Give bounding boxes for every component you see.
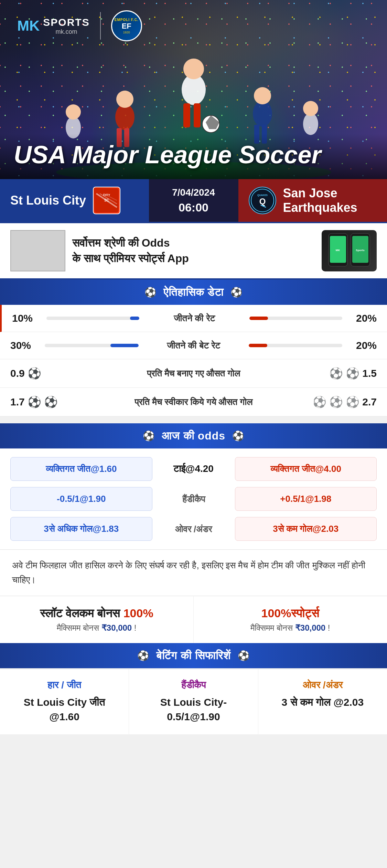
- soccer-ball-icon-right-1b: ⚽: [346, 367, 359, 380]
- reco-ball-left-icon: ⚽: [137, 650, 149, 661]
- soccer-ball-icon-right-2a: ⚽: [313, 395, 326, 409]
- soccer-ball-icon-left-2b: ⚽: [44, 395, 58, 409]
- reco-ball-right-icon: ⚽: [238, 650, 250, 661]
- odds-row-1: व्यक्तिगत जीत@1.60 टाई@4.20 व्यक्तिगत जी…: [10, 457, 377, 481]
- odds-tie-label: टाई@4.20: [173, 463, 214, 474]
- mk-blue: MK: [17, 18, 40, 34]
- app-bold: App: [168, 252, 189, 265]
- reco-value-over: 3 से कम गोल @2.03: [267, 695, 378, 710]
- promo-text: सर्वोत्तम श्रेणी की Oddsके साथ प्रीमियर …: [72, 235, 315, 266]
- stat-right-val-1: 20%: [349, 312, 377, 324]
- reco-col-handicap: हैंडीकैप St Louis City-0.5/1@1.90: [129, 669, 258, 734]
- reco-type-over: ओवर /अंडर: [267, 680, 378, 691]
- odds-row-3: 3से अधिक गोल@1.83 ओवर /अंडर 3से कम गोल@2…: [10, 517, 377, 541]
- promo-phone-mockup: MK Sports: [322, 230, 377, 271]
- stat-right-val-2: 20%: [349, 340, 377, 351]
- hero-title-bar: USA Major League Soccer: [0, 134, 387, 179]
- team-right-section: QUAKES Q San Jose Earthquakes: [238, 179, 387, 222]
- promo-text-part1: सर्वोत्तम श्रेणी की Oddsके साथ प्रीमियर …: [72, 237, 189, 265]
- stat-left-val-1: 10%: [12, 312, 40, 324]
- soccer-ball-icon-right-1a: ⚽: [329, 367, 343, 380]
- stat-row-win-rate: 10% जीतने की रेट 20%: [0, 305, 387, 332]
- reco-type-win: हार / जीत: [9, 680, 120, 691]
- team-right-name: San Jose Earthquakes: [283, 186, 377, 215]
- stat-bar-right-2: [249, 344, 343, 347]
- stat-bar-left-2: [45, 344, 139, 347]
- info-text-section: अवे टीम फिलहाल जीत हासिल करने के लिए संघ…: [0, 549, 387, 596]
- soccer-ball-icon-right-2c: ⚽: [346, 395, 359, 409]
- svg-point-6: [116, 91, 133, 108]
- odds-center-2: हैंडीकैप: [159, 494, 228, 505]
- odds-header: ⚽ आज की odds ⚽: [0, 423, 387, 448]
- svg-point-14: [66, 104, 81, 120]
- info-paragraph: अवे टीम फिलहाल जीत हासिल करने के लिए संघ…: [12, 558, 375, 587]
- stat-goals-right-val: 1.5: [362, 368, 377, 379]
- bonus-left-amount: ₹30,000: [101, 623, 132, 632]
- stat-row-bet-rate: 30% जीतने की बेट रेट 20%: [0, 332, 387, 359]
- promo-qr-placeholder: [10, 230, 65, 271]
- bonus-left-pct: 100%: [123, 607, 153, 620]
- soccer-ball-right-icon: ⚽: [230, 287, 243, 298]
- quakes-badge-svg: QUAKES Q: [250, 188, 275, 213]
- reco-title: बेटिंग की सिफारिशें: [156, 649, 231, 662]
- mk-logo-text: MK: [17, 18, 40, 34]
- bonus-right-sub: मैक्सिमम बोनस ₹30,000 !: [202, 623, 378, 633]
- reco-section: हार / जीत St Louis City जीत @1.60 हैंडीक…: [0, 668, 387, 734]
- odds-row-2: -0.5/1@1.90 हैंडीकैप +0.5/1@1.98: [10, 487, 377, 511]
- bonus-section[interactable]: स्लॉट वेलकम बोनस 100% मैक्सिमम बोनस ₹30,…: [0, 596, 387, 643]
- overunder-label: ओवर /अंडर: [175, 524, 212, 534]
- odds-center-1: टाई@4.20: [159, 463, 228, 475]
- reco-value-handicap: St Louis City-0.5/1@1.90: [138, 695, 249, 724]
- odds-btn-left-2[interactable]: -0.5/1@1.90: [10, 487, 152, 511]
- stat-label-goals-conceded: प्रति मैच स्वीकार किये गये औसत गोल: [72, 397, 315, 407]
- odds-btn-left-1[interactable]: व्यक्तिगत जीत@1.60: [10, 457, 152, 481]
- stat-bar-left-1: [46, 317, 139, 320]
- historical-title: ऐतिहासिक डेटा: [163, 286, 224, 299]
- soccer-ball-icon-left-2a: ⚽: [28, 395, 41, 409]
- stat-row-goals-conceded: 1.7 ⚽ ⚽ प्रति मैच स्वीकार किये गये औसत ग…: [0, 388, 387, 416]
- odds-bold: Odds: [142, 237, 170, 249]
- promo-banner[interactable]: सर्वोत्तम श्रेणी की Oddsके साथ प्रीमियर …: [0, 222, 387, 280]
- odds-btn-right-2[interactable]: +0.5/1@1.98: [235, 487, 377, 511]
- svg-rect-3: [183, 103, 190, 127]
- stat-conceded-right-val: 2.7: [362, 396, 377, 408]
- stat-bar-left-fill-2: [110, 344, 139, 347]
- bonus-right-amount: ₹30,000: [295, 623, 325, 632]
- stat-goals-left-val: 0.9: [10, 368, 25, 379]
- stlouis-badge: CITY SC: [93, 187, 120, 214]
- hero-section: MK SPORTS mk.com EMPOLI F.C. EF 1920: [0, 0, 387, 179]
- svg-point-16: [303, 101, 318, 116]
- svg-text:Q: Q: [259, 197, 266, 206]
- svg-text:Sports: Sports: [356, 249, 365, 252]
- svg-point-10: [254, 87, 271, 104]
- odds-title: आज की odds: [162, 430, 225, 442]
- svg-point-2: [183, 59, 204, 79]
- match-bar: St Louis City CITY SC 7/04/2024 06:00 QU…: [0, 179, 387, 222]
- handicap-label: हैंडीकैप: [182, 494, 205, 504]
- match-date: 7/04/2024: [172, 187, 215, 198]
- stat-row-goals-scored: 0.9 ⚽ प्रति मैच बनाए गए औसत गोल ⚽ ⚽ 1.5: [0, 359, 387, 388]
- match-center-section: 7/04/2024 06:00: [149, 179, 238, 222]
- stlouis-badge-svg: CITY SC: [95, 188, 119, 213]
- reco-value-win: St Louis City जीत @1.60: [9, 695, 120, 724]
- bonus-card-right[interactable]: 100%स्पोर्ट्स मैक्सिमम बोनस ₹30,000 !: [194, 596, 387, 643]
- stat-bar-right-1: [249, 317, 342, 320]
- bonus-card-left[interactable]: स्लॉट वेलकम बोनस 100% मैक्सिमम बोनस ₹30,…: [0, 596, 194, 643]
- stat-bar-right-fill-1: [249, 317, 268, 320]
- odds-btn-right-1[interactable]: व्यक्तिगत जीत@4.00: [235, 457, 377, 481]
- stat-conceded-left-val: 1.7: [10, 396, 25, 408]
- team-left-name: St Louis City: [10, 193, 86, 208]
- svg-point-5: [115, 104, 135, 130]
- reco-grid: हार / जीत St Louis City जीत @1.60 हैंडीक…: [0, 669, 387, 734]
- reco-type-handicap: हैंडीकैप: [138, 680, 249, 691]
- svg-point-9: [253, 101, 272, 127]
- soccer-ball-icon-left-1: ⚽: [28, 367, 41, 380]
- odds-btn-right-3[interactable]: 3से कम गोल@2.03: [235, 517, 377, 541]
- stat-label-2: जीतने की बेट रेट: [146, 340, 242, 351]
- odds-center-3: ओवर /अंडर: [159, 524, 228, 535]
- stat-bar-right-fill-2: [249, 344, 268, 347]
- bonus-left-sub: मैक्सिमम बोनस ₹30,000 !: [9, 623, 185, 633]
- bonus-left-main: स्लॉट वेलकम बोनस 100%: [9, 607, 185, 620]
- svg-text:QUAKES: QUAKES: [257, 194, 268, 197]
- odds-btn-left-3[interactable]: 3से अधिक गोल@1.83: [10, 517, 152, 541]
